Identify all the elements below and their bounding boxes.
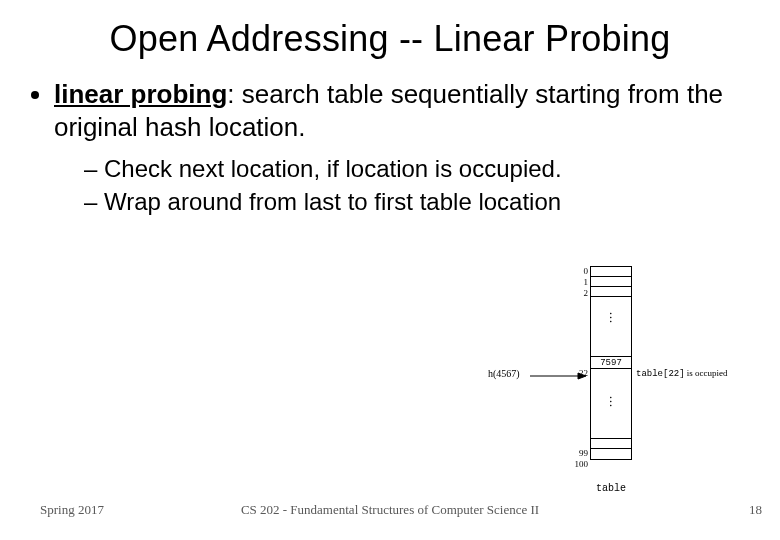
table-cell (591, 439, 631, 449)
idx-1: 1 (576, 277, 588, 287)
occupied-rest: is occupied (685, 368, 728, 378)
table-cell-22: 7597 (591, 357, 631, 369)
occupied-cell-code: table[22] (636, 369, 685, 379)
table-cell (591, 277, 631, 287)
occupied-caption: table[22] is occupied (636, 368, 728, 379)
footer-page-number: 18 (749, 502, 762, 518)
sub-bullet-2: Wrap around from last to first table loc… (84, 186, 740, 217)
table-label: table (596, 483, 626, 494)
idx-100: 100 (570, 459, 588, 469)
main-bullet: linear probing: search table sequentiall… (54, 78, 740, 217)
table-gap (591, 297, 631, 357)
hash-table-diagram: 0 1 2 . . . 22 . . . 99 100 7597 h(4567) (468, 256, 758, 496)
table-cell (591, 449, 631, 459)
sub-bullet-1: Check next location, if location is occu… (84, 153, 740, 184)
table-column: 7597 (590, 266, 632, 460)
hash-function-label: h(4567) (488, 368, 520, 379)
svg-marker-1 (578, 373, 586, 379)
idx-99: 99 (570, 448, 588, 458)
table-cell (591, 267, 631, 277)
sub-bullet-list: Check next location, if location is occu… (84, 153, 740, 217)
arrow-icon (530, 372, 586, 380)
footer-mid: CS 202 - Fundamental Structures of Compu… (241, 502, 539, 518)
table-gap (591, 369, 631, 439)
bullet-list: linear probing: search table sequentiall… (54, 78, 740, 217)
table-cell (591, 287, 631, 297)
slide: Open Addressing -- Linear Probing linear… (0, 0, 780, 540)
bullet-term: linear probing (54, 79, 227, 109)
idx-2: 2 (576, 288, 588, 298)
slide-title: Open Addressing -- Linear Probing (40, 18, 740, 60)
footer-left: Spring 2017 (40, 502, 104, 518)
idx-0: 0 (576, 266, 588, 276)
